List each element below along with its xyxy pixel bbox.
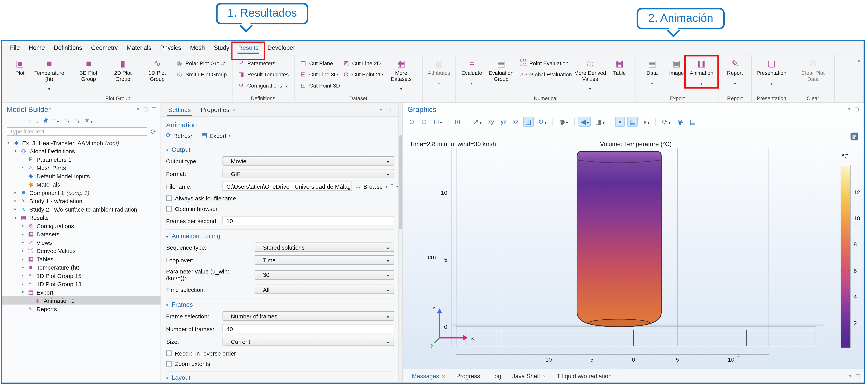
pin-icon[interactable] bbox=[152, 106, 156, 112]
cut-plane-button[interactable]: ◫ Cut Plane bbox=[298, 58, 341, 69]
tree-global-definitions[interactable]: ▾ ◍ Global Definitions bbox=[2, 147, 160, 155]
plot-canvas[interactable]: Time=2.8 min, u_wind=30 km/h Volume: Tem… bbox=[403, 128, 864, 369]
evaluate-button[interactable]: = Evaluate bbox=[460, 58, 484, 87]
update-plot-icon[interactable]: ⟳ bbox=[660, 117, 673, 127]
plot-group-3d-button[interactable]: ■ 3D Plot Group bbox=[71, 58, 106, 82]
tab-progress[interactable]: Progress bbox=[451, 369, 486, 382]
tree-expander-icon[interactable]: ▸ bbox=[21, 265, 25, 269]
refresh-button[interactable]: ⟳ Refresh bbox=[166, 132, 194, 139]
tab-mesh[interactable]: Mesh bbox=[186, 41, 209, 55]
tree-expander-icon[interactable]: ▸ bbox=[21, 232, 25, 236]
tab-properties[interactable]: Properties bbox=[196, 103, 241, 116]
zoom-in-icon[interactable]: ⊕ bbox=[407, 117, 417, 127]
nav-forward-icon[interactable]: → bbox=[18, 117, 24, 124]
tree-study-1[interactable]: ▸ ∿ Study 1 - w/radiation bbox=[2, 197, 160, 205]
tree-expander-icon[interactable]: ▸ bbox=[21, 165, 25, 170]
clear-plot-data-button[interactable]: ∅ Clear Plot Data bbox=[796, 58, 830, 82]
point-evaluation-button[interactable]: 8.85 e-12 Point Evaluation bbox=[518, 58, 573, 69]
tree-datasets[interactable]: ▸ ▦ Datasets bbox=[2, 230, 160, 238]
parameters-button[interactable]: P Parameters bbox=[236, 58, 290, 69]
animation-button[interactable]: ▥ Animation bbox=[689, 58, 714, 87]
close-icon[interactable] bbox=[232, 106, 235, 113]
open-in-browser-checkbox[interactable] bbox=[166, 206, 172, 211]
tree-root[interactable]: ▾ ◆ Ex_3_Heat-Transfer_AAM.mph (root) bbox=[2, 139, 160, 147]
number-of-frames-input[interactable]: 40 bbox=[222, 324, 394, 333]
chevron-down-icon[interactable]: ▾ bbox=[385, 184, 387, 188]
plot-group-1d-button[interactable]: ∿ 1D Plot Group bbox=[140, 58, 175, 82]
tree-study-2[interactable]: ▸ ∿ Study 2 - w/o surface-to-ambient rad… bbox=[2, 205, 160, 213]
result-templates-button[interactable]: ◨ Result Templates bbox=[236, 68, 290, 80]
frame-selection-select[interactable]: Number of frames bbox=[222, 311, 394, 321]
ribbon-collapse-icon[interactable]: ▴ bbox=[858, 58, 860, 63]
temperature-ht-button[interactable]: ■ Temperature (ht) bbox=[32, 58, 66, 93]
tree-expander-icon[interactable]: ▸ bbox=[21, 273, 25, 278]
smith-plot-group-button[interactable]: ◎ Smith Plot Group bbox=[175, 68, 228, 80]
tab-settings[interactable]: Settings bbox=[163, 103, 196, 116]
cut-point-2d-button[interactable]: ⊙ Cut Point 2D bbox=[341, 68, 384, 80]
tree-tables[interactable]: ▸ ▦ Tables bbox=[2, 255, 160, 263]
tree-export[interactable]: ▾ ▤ Export bbox=[2, 288, 160, 296]
export-button[interactable]: ▤ Export ▾ bbox=[202, 132, 230, 139]
cut-line-3d-button[interactable]: ⊟ Cut Line 3D bbox=[298, 68, 341, 80]
float-window-icon[interactable] bbox=[855, 106, 859, 112]
evaluation-group-button[interactable]: ▤ Evaluation Group bbox=[484, 58, 518, 82]
record-reverse-checkbox[interactable] bbox=[166, 351, 172, 356]
tree-expander-icon[interactable]: ▾ bbox=[13, 215, 18, 219]
filter-icon[interactable]: ▼ bbox=[84, 117, 92, 124]
tree-expander-icon[interactable]: ▸ bbox=[21, 248, 25, 253]
play-animation-icon[interactable]: ◀ bbox=[579, 117, 591, 127]
output-type-select[interactable]: Movie bbox=[222, 156, 394, 166]
float-window-icon[interactable] bbox=[856, 373, 860, 379]
chevron-down-icon[interactable] bbox=[380, 107, 382, 112]
view-xz-icon[interactable]: xz bbox=[510, 117, 521, 127]
filename-input[interactable]: C:\Users\atien\OneDrive - Universidad de… bbox=[222, 182, 352, 191]
zoom-box-icon[interactable]: ⊡ bbox=[431, 117, 444, 127]
tree-materials[interactable]: ◉ Materials bbox=[2, 180, 160, 188]
chevron-down-icon[interactable] bbox=[848, 106, 850, 112]
time-selection-select[interactable]: All bbox=[255, 285, 394, 294]
plot-area[interactable]: Time=2.8 min, u_wind=30 km/h Volume: Tem… bbox=[403, 128, 864, 369]
always-ask-checkbox[interactable] bbox=[166, 196, 172, 201]
graphics-corner-icon[interactable] bbox=[851, 133, 858, 140]
plot-data-icon[interactable]: ⊠ bbox=[615, 117, 625, 127]
polar-plot-group-button[interactable]: ◉ Polar Plot Group bbox=[175, 58, 228, 69]
print-icon[interactable]: ▤ bbox=[687, 117, 698, 127]
tree-views[interactable]: ▸ ↗ Views bbox=[2, 238, 160, 246]
chevron-down-icon[interactable] bbox=[137, 106, 139, 112]
attributes-button[interactable]: ▧ Attributes bbox=[427, 58, 451, 87]
tree-temperature-ht[interactable]: ▸ ■ Temperature (ht) bbox=[2, 263, 160, 271]
report-button[interactable]: ✎ Report bbox=[723, 58, 747, 87]
settings-scrollbar[interactable] bbox=[398, 103, 403, 382]
tree-reports[interactable]: ✎ Reports bbox=[2, 304, 160, 313]
projection-icon[interactable]: ◫ bbox=[523, 117, 534, 127]
move-up-icon[interactable]: ↑ bbox=[28, 117, 31, 124]
tree-configurations[interactable]: ▸ ⚙ Configurations bbox=[2, 221, 160, 230]
expand-nodes-icon[interactable]: ≡ bbox=[53, 117, 59, 124]
chevron-down-icon[interactable]: ▾ bbox=[396, 184, 398, 188]
tree-expander-icon[interactable]: ▸ bbox=[21, 281, 25, 286]
tab-developer[interactable]: Developer bbox=[263, 41, 300, 55]
section-header[interactable]: Layout bbox=[166, 374, 394, 381]
tree-animation-1[interactable]: ▥ Animation 1 bbox=[2, 296, 160, 304]
show-options-icon[interactable]: ◉ bbox=[43, 117, 49, 124]
tree-1d-plot-group-13[interactable]: ▸ ∿ 1D Plot Group 13 bbox=[2, 279, 160, 288]
section-header[interactable]: Output bbox=[166, 146, 394, 153]
zoom-extents-checkbox[interactable] bbox=[166, 361, 172, 366]
scene-light-icon[interactable]: ◍ bbox=[557, 117, 570, 127]
tab-physics[interactable]: Physics bbox=[156, 41, 186, 55]
more-datasets-button[interactable]: ▦ More Datasets bbox=[384, 58, 418, 93]
node-grouping-icon[interactable]: ≡ bbox=[74, 117, 80, 124]
go-to-default-view-icon[interactable]: ↗ bbox=[471, 117, 484, 127]
scrollbar-thumb[interactable] bbox=[399, 135, 402, 229]
tree-1d-plot-group-15[interactable]: ▸ ∿ 1D Plot Group 15 bbox=[2, 271, 160, 280]
fps-input[interactable]: 10 bbox=[222, 216, 394, 225]
zoom-out-icon[interactable]: ⊖ bbox=[419, 117, 429, 127]
tree-mesh-parts[interactable]: ▸ △ Mesh Parts bbox=[2, 163, 160, 172]
cut-line-2d-button[interactable]: ▨ Cut Line 2D bbox=[341, 58, 384, 69]
tab-file[interactable]: File bbox=[5, 41, 24, 55]
close-icon[interactable] bbox=[542, 373, 546, 379]
tab-home[interactable]: Home bbox=[24, 41, 50, 55]
plot-group-2d-button[interactable]: ▮ 2D Plot Group bbox=[106, 58, 140, 82]
move-down-icon[interactable]: ↓ bbox=[36, 117, 39, 124]
more-derived-values-button[interactable]: 8.85 e-12 More Derived Values bbox=[573, 58, 607, 93]
